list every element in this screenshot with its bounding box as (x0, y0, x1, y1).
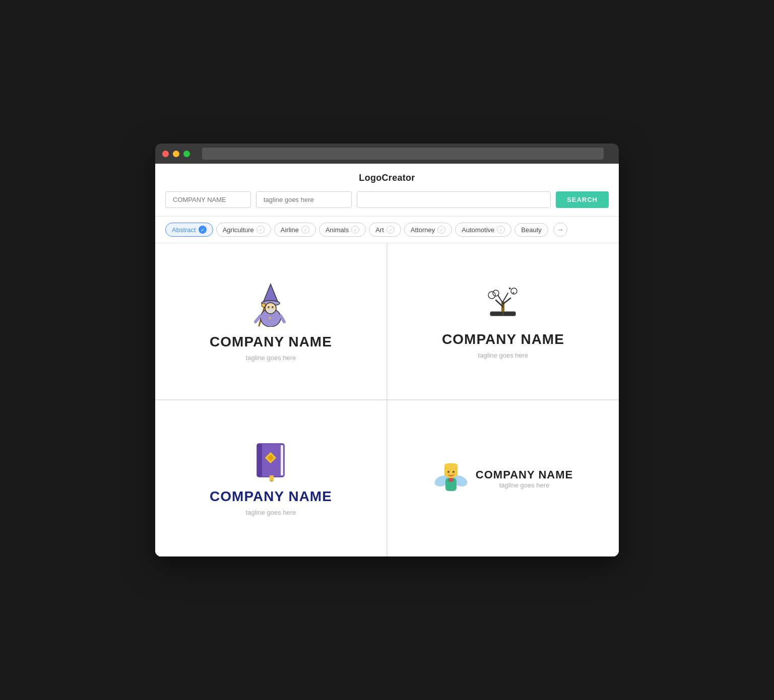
tagline-input[interactable] (256, 191, 352, 208)
logo-card-4-content: COMPANY NAME tagline goes here (433, 457, 573, 500)
svg-point-41 (449, 478, 453, 482)
filter-chip-animals[interactable]: Animals ✓ (319, 223, 366, 237)
company-name-3: COMPANY NAME (210, 488, 332, 505)
filter-chip-abstract[interactable]: Abstract ✓ (165, 223, 213, 237)
company-name-1: COMPANY NAME (210, 334, 332, 350)
book-icon (253, 441, 288, 481)
filter-label-beauty: Beauty (521, 226, 541, 234)
svg-rect-38 (455, 467, 458, 476)
app-title: LogoCreator (165, 173, 609, 183)
check-icon-art: ✓ (386, 226, 395, 234)
svg-point-39 (447, 471, 449, 473)
app-header: LogoCreator SEARCH (155, 164, 619, 217)
filter-chip-art[interactable]: Art ✓ (369, 223, 401, 237)
filter-label-attorney: Attorney (411, 226, 435, 234)
tagline-3: tagline goes here (246, 509, 296, 516)
svg-point-40 (453, 471, 455, 473)
filter-chip-airline[interactable]: Airline ✓ (274, 223, 316, 237)
check-icon-abstract: ✓ (199, 226, 207, 234)
logo-card-4-text: COMPANY NAME tagline goes here (476, 468, 573, 489)
company-name-4: COMPANY NAME (476, 468, 573, 481)
logo-card-tree[interactable]: ✦ ✦ COMPANY NAME tagline goes here (388, 243, 619, 399)
company-name-input[interactable] (165, 191, 251, 208)
maximize-button[interactable] (183, 151, 190, 157)
tagline-2: tagline goes here (478, 352, 529, 359)
svg-point-7 (272, 306, 274, 308)
search-button[interactable]: SEARCH (556, 191, 609, 208)
angel-icon (433, 457, 469, 497)
close-button[interactable] (162, 151, 169, 157)
svg-point-19 (488, 292, 495, 299)
filter-label-animals: Animals (326, 226, 349, 234)
svg-point-20 (493, 290, 499, 296)
svg-rect-37 (444, 467, 447, 476)
filter-chip-agriculture[interactable]: Agriculture ✓ (216, 223, 271, 237)
search-bar: SEARCH (165, 191, 609, 208)
logo-card-angel[interactable]: COMPANY NAME tagline goes here (388, 400, 619, 556)
svg-marker-0 (263, 284, 278, 303)
svg-point-6 (268, 306, 270, 308)
filter-label-abstract: Abstract (172, 226, 196, 234)
filter-label-airline: Airline (281, 226, 299, 234)
minimize-button[interactable] (173, 151, 179, 157)
logo-card-1-content: ★ COMPANY NAME tagline goes here (210, 282, 332, 362)
logo-card-3-content: COMPANY NAME tagline goes here (210, 441, 332, 516)
company-name-2: COMPANY NAME (442, 331, 564, 347)
logo-card-book[interactable]: COMPANY NAME tagline goes here (155, 400, 386, 556)
address-bar (202, 148, 604, 160)
filter-label-agriculture: Agriculture (223, 226, 254, 234)
check-icon-airline: ✓ (301, 226, 309, 234)
filter-label-automotive: Automotive (462, 226, 494, 234)
keyword-input[interactable] (357, 191, 551, 208)
check-icon-attorney: ✓ (437, 226, 445, 234)
tree-icon: ✦ ✦ (483, 284, 523, 324)
browser-window: LogoCreator SEARCH Abstract ✓ Agricultur… (155, 144, 619, 556)
app-content: LogoCreator SEARCH Abstract ✓ Agricultur… (155, 164, 619, 556)
browser-titlebar (155, 144, 619, 164)
svg-line-10 (281, 316, 284, 322)
logo-card-wizard[interactable]: ★ COMPANY NAME tagline goes here (155, 243, 386, 399)
tagline-1: tagline goes here (246, 354, 296, 362)
check-icon-animals: ✓ (351, 226, 359, 234)
filter-bar: Abstract ✓ Agriculture ✓ Airline ✓ Anima… (155, 217, 619, 243)
svg-point-8 (267, 309, 274, 313)
tagline-4: tagline goes here (476, 481, 573, 489)
logo-grid: ★ COMPANY NAME tagline goes here (155, 243, 619, 556)
filter-chip-automotive[interactable]: Automotive ✓ (455, 223, 511, 237)
svg-text:★: ★ (268, 316, 272, 320)
svg-rect-26 (281, 445, 283, 475)
filter-chip-attorney[interactable]: Attorney ✓ (404, 223, 452, 237)
wizard-icon: ★ (250, 282, 291, 327)
svg-rect-25 (257, 444, 262, 477)
filter-label-art: Art (375, 226, 384, 234)
filter-next-button[interactable]: → (553, 223, 567, 237)
check-icon-agriculture: ✓ (256, 226, 265, 234)
logo-card-2-content: ✦ ✦ COMPANY NAME tagline goes here (442, 284, 564, 359)
check-icon-automotive: ✓ (497, 226, 505, 234)
filter-chip-beauty[interactable]: Beauty (514, 223, 548, 237)
